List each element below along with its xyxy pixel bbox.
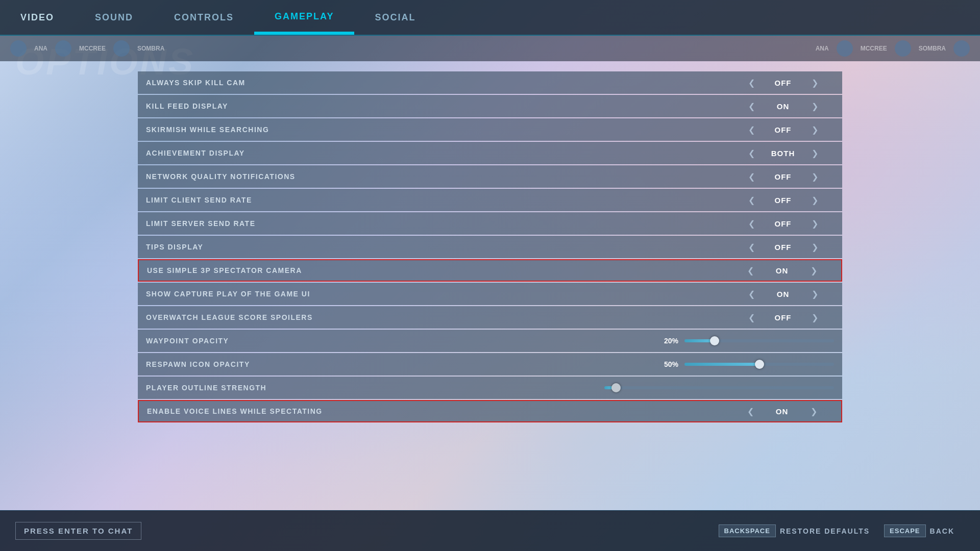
player-name-4: ANA <box>816 45 829 52</box>
setting-label-overwatch-league-score-spoilers: OVERWATCH LEAGUE SCORE SPOILERS <box>146 313 732 321</box>
arrow-left-show-capture-play-of-the-game-ui[interactable]: ❮ <box>745 289 757 299</box>
setting-row-overwatch-league-score-spoilers[interactable]: OVERWATCH LEAGUE SCORE SPOILERS❮OFF❯ <box>138 306 842 329</box>
setting-control-use-simple-3p-spectator-camera: ❮ON❯ <box>731 266 833 276</box>
settings-panel: ALWAYS SKIP KILL CAM❮OFF❯KILL FEED DISPL… <box>138 71 842 423</box>
setting-row-achievement-display[interactable]: ACHIEVEMENT DISPLAY❮BOTH❯ <box>138 142 842 164</box>
bottom-bar: PRESS ENTER TO CHAT BACKSPACE RESTORE DE… <box>0 510 980 551</box>
arrow-right-limit-client-send-rate[interactable]: ❯ <box>808 195 821 205</box>
escape-button[interactable]: ESCAPE <box>884 524 925 537</box>
avatar-1 <box>10 40 27 57</box>
setting-control-tips-display: ❮OFF❯ <box>732 242 834 252</box>
arrow-right-enable-voice-lines-while-spectating[interactable]: ❯ <box>807 407 820 416</box>
setting-value-tips-display: OFF <box>768 243 798 252</box>
top-navigation: VIDEO SOUND CONTROLS GAMEPLAY SOCIAL <box>0 0 980 36</box>
setting-label-skirmish-while-searching: SKIRMISH WHILE SEARCHING <box>146 126 732 134</box>
arrow-right-kill-feed-display[interactable]: ❯ <box>808 102 821 111</box>
setting-row-enable-voice-lines-while-spectating[interactable]: ENABLE VOICE LINES WHILE SPECTATING❮ON❯ <box>138 400 842 422</box>
setting-label-enable-voice-lines-while-spectating: ENABLE VOICE LINES WHILE SPECTATING <box>147 407 731 415</box>
setting-row-skirmish-while-searching[interactable]: SKIRMISH WHILE SEARCHING❮OFF❯ <box>138 118 842 141</box>
setting-value-always-skip-kill-cam: OFF <box>768 79 798 87</box>
arrow-left-always-skip-kill-cam[interactable]: ❮ <box>745 78 757 88</box>
avatar-4 <box>837 40 853 57</box>
setting-row-waypoint-opacity[interactable]: WAYPOINT OPACITY20% <box>138 330 842 352</box>
arrow-left-tips-display[interactable]: ❮ <box>745 242 757 252</box>
setting-control-limit-client-send-rate: ❮OFF❯ <box>732 195 834 205</box>
setting-row-limit-client-send-rate[interactable]: LIMIT CLIENT SEND RATE❮OFF❯ <box>138 189 842 211</box>
arrow-right-achievement-display[interactable]: ❯ <box>808 148 821 158</box>
avatar-6 <box>953 40 970 57</box>
arrow-left-overwatch-league-score-spoilers[interactable]: ❮ <box>745 313 757 322</box>
setting-row-player-outline-strength[interactable]: PLAYER OUTLINE STRENGTH <box>138 377 842 399</box>
setting-control-limit-server-send-rate: ❮OFF❯ <box>732 219 834 229</box>
slider-track-respawn-icon-opacity[interactable] <box>684 363 834 366</box>
arrow-right-limit-server-send-rate[interactable]: ❯ <box>808 219 821 229</box>
setting-label-limit-client-send-rate: LIMIT CLIENT SEND RATE <box>146 196 732 204</box>
slider-thumb-waypoint-opacity[interactable] <box>710 336 719 345</box>
arrow-right-tips-display[interactable]: ❯ <box>808 242 821 252</box>
setting-control-network-quality-notifications: ❮OFF❯ <box>732 172 834 182</box>
arrow-left-limit-server-send-rate[interactable]: ❮ <box>745 219 757 229</box>
back-label[interactable]: BACK <box>930 527 954 535</box>
slider-track-player-outline-strength[interactable] <box>604 386 834 389</box>
setting-value-limit-client-send-rate: OFF <box>768 196 798 205</box>
setting-row-respawn-icon-opacity[interactable]: RESPAWN ICON OPACITY50% <box>138 353 842 375</box>
setting-control-skirmish-while-searching: ❮OFF❯ <box>732 125 834 135</box>
arrow-left-enable-voice-lines-while-spectating[interactable]: ❮ <box>744 407 756 416</box>
slider-value-waypoint-opacity: 20% <box>655 337 678 345</box>
arrow-left-limit-client-send-rate[interactable]: ❮ <box>745 195 757 205</box>
slider-track-waypoint-opacity[interactable] <box>684 339 834 342</box>
player-name-2: MCCREE <box>79 45 106 52</box>
setting-value-overwatch-league-score-spoilers: OFF <box>768 313 798 322</box>
tab-gameplay[interactable]: GAMEPLAY <box>254 0 354 35</box>
slider-thumb-player-outline-strength[interactable] <box>611 383 621 392</box>
setting-control-show-capture-play-of-the-game-ui: ❮ON❯ <box>732 289 834 299</box>
avatar-5 <box>895 40 911 57</box>
player-name-6: SOMBRA <box>919 45 946 52</box>
arrow-right-skirmish-while-searching[interactable]: ❯ <box>808 125 821 135</box>
setting-control-overwatch-league-score-spoilers: ❮OFF❯ <box>732 313 834 322</box>
backspace-button[interactable]: BACKSPACE <box>719 524 776 537</box>
setting-label-limit-server-send-rate: LIMIT SERVER SEND RATE <box>146 219 732 228</box>
escape-key: ESCAPE <box>884 524 925 537</box>
avatar-2 <box>55 40 71 57</box>
setting-label-player-outline-strength: PLAYER OUTLINE STRENGTH <box>146 384 604 392</box>
setting-value-skirmish-while-searching: OFF <box>768 126 798 134</box>
setting-label-waypoint-opacity: WAYPOINT OPACITY <box>146 337 655 345</box>
tab-controls[interactable]: CONTROLS <box>154 0 254 35</box>
tab-social[interactable]: SOCIAL <box>354 0 436 35</box>
restore-defaults-label[interactable]: RESTORE DEFAULTS <box>780 527 870 535</box>
setting-row-network-quality-notifications[interactable]: NETWORK QUALITY NOTIFICATIONS❮OFF❯ <box>138 165 842 188</box>
arrow-right-always-skip-kill-cam[interactable]: ❯ <box>808 78 821 88</box>
arrow-right-use-simple-3p-spectator-camera[interactable]: ❯ <box>807 266 820 276</box>
arrow-right-overwatch-league-score-spoilers[interactable]: ❯ <box>808 313 821 322</box>
arrow-right-show-capture-play-of-the-game-ui[interactable]: ❯ <box>808 289 821 299</box>
score-bar: ANA MCCREE SOMBRA ANA MCCREE SOMBRA <box>0 36 980 61</box>
setting-row-kill-feed-display[interactable]: KILL FEED DISPLAY❮ON❯ <box>138 95 842 117</box>
setting-row-tips-display[interactable]: TIPS DISPLAY❮OFF❯ <box>138 236 842 258</box>
setting-row-always-skip-kill-cam[interactable]: ALWAYS SKIP KILL CAM❮OFF❯ <box>138 71 842 94</box>
tab-video[interactable]: VIDEO <box>0 0 75 35</box>
arrow-left-skirmish-while-searching[interactable]: ❮ <box>745 125 757 135</box>
setting-row-use-simple-3p-spectator-camera[interactable]: USE SIMPLE 3P SPECTATOR CAMERA❮ON❯ <box>138 259 842 282</box>
arrow-left-network-quality-notifications[interactable]: ❮ <box>745 172 757 182</box>
tab-sound[interactable]: SOUND <box>75 0 154 35</box>
setting-row-show-capture-play-of-the-game-ui[interactable]: SHOW CAPTURE PLAY OF THE GAME UI❮ON❯ <box>138 283 842 305</box>
setting-control-achievement-display: ❮BOTH❯ <box>732 148 834 158</box>
setting-row-limit-server-send-rate[interactable]: LIMIT SERVER SEND RATE❮OFF❯ <box>138 212 842 235</box>
bottom-actions: BACKSPACE RESTORE DEFAULTS ESCAPE BACK <box>719 524 965 537</box>
player-name-5: MCCREE <box>861 45 887 52</box>
setting-label-respawn-icon-opacity: RESPAWN ICON OPACITY <box>146 360 655 368</box>
arrow-right-network-quality-notifications[interactable]: ❯ <box>808 172 821 182</box>
setting-value-limit-server-send-rate: OFF <box>768 219 798 228</box>
setting-value-enable-voice-lines-while-spectating: ON <box>767 407 797 416</box>
slider-container-player-outline-strength <box>604 386 834 389</box>
player-name-1: ANA <box>34 45 47 52</box>
setting-value-network-quality-notifications: OFF <box>768 172 798 181</box>
setting-label-always-skip-kill-cam: ALWAYS SKIP KILL CAM <box>146 79 732 87</box>
setting-label-achievement-display: ACHIEVEMENT DISPLAY <box>146 149 732 157</box>
arrow-left-achievement-display[interactable]: ❮ <box>745 148 757 158</box>
slider-thumb-respawn-icon-opacity[interactable] <box>755 360 764 369</box>
arrow-left-kill-feed-display[interactable]: ❮ <box>745 102 757 111</box>
arrow-left-use-simple-3p-spectator-camera[interactable]: ❮ <box>744 266 756 276</box>
setting-value-show-capture-play-of-the-game-ui: ON <box>768 290 798 298</box>
